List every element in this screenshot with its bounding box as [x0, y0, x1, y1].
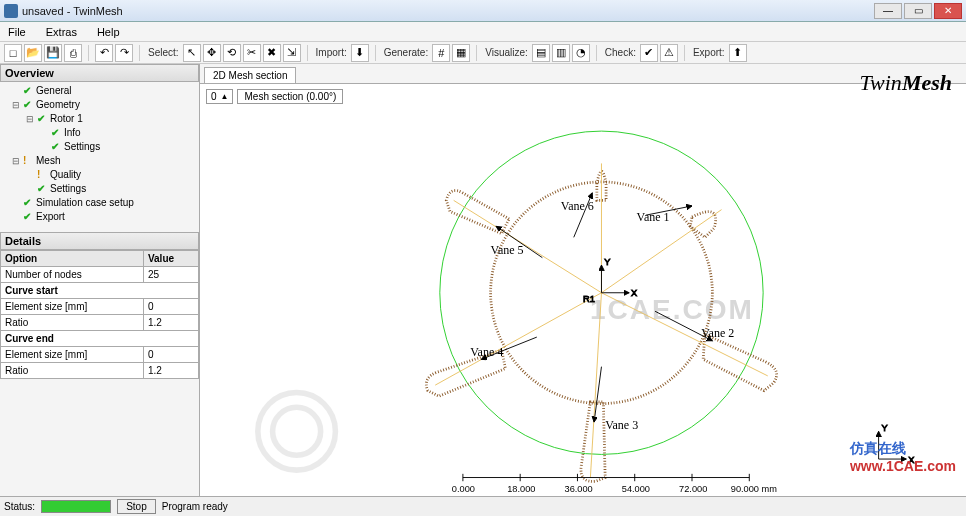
scale-tick-label: 18.000 — [507, 484, 535, 494]
mesh-drawing: Vane 6 Vane 1 Vane 2 Vane 3 Vane 4 Vane … — [200, 108, 966, 496]
workspace: Overview ✔General ⊟✔Geometry ⊟✔Rotor 1 ✔… — [0, 64, 966, 496]
vane-5-label: Vane 5 — [491, 243, 524, 257]
spinner-up-icon[interactable]: ▲ — [221, 92, 229, 101]
scale-tick-label: 90.000 mm — [731, 484, 777, 494]
axis-r-center: R1 — [583, 294, 595, 304]
generate-volume-icon[interactable]: ▦ — [452, 44, 470, 62]
axis-y-center: Y — [604, 257, 610, 267]
visualize-wire-icon[interactable]: ▥ — [552, 44, 570, 62]
scale-tick-label: 54.000 — [622, 484, 650, 494]
table-row: Element size [mm]0 — [1, 299, 199, 315]
spinner-value: 0 — [211, 91, 217, 102]
select-import-icon[interactable]: ⇲ — [283, 44, 301, 62]
viewport[interactable]: Vane 6 Vane 1 Vane 2 Vane 3 Vane 4 Vane … — [200, 108, 966, 496]
scale-tick-label: 0.000 — [452, 484, 475, 494]
import-icon[interactable]: ⬇ — [351, 44, 369, 62]
tree-node-settings-mesh[interactable]: ✔Settings — [4, 182, 195, 196]
select-rotate-icon[interactable]: ⟲ — [223, 44, 241, 62]
svg-line-6 — [435, 293, 601, 385]
titlebar: unsaved - TwinMesh — ▭ ✕ — [0, 0, 966, 22]
details-col-value: Value — [143, 251, 198, 267]
toolbar: □ 📂 💾 ⎙ ↶ ↷ Select: ↖ ✥ ⟲ ✂ ✖ ⇲ Import: … — [0, 42, 966, 64]
scale-tick-label: 72.000 — [679, 484, 707, 494]
redo-icon[interactable]: ↷ — [115, 44, 133, 62]
open-icon[interactable]: 📂 — [24, 44, 42, 62]
export-icon[interactable]: ⬆ — [729, 44, 747, 62]
vane-4-label: Vane 4 — [470, 345, 503, 359]
check-warn-icon[interactable]: ⚠ — [660, 44, 678, 62]
tree-node-info[interactable]: ✔Info — [4, 126, 195, 140]
import-label: Import: — [316, 47, 347, 58]
saveas-icon[interactable]: ⎙ — [64, 44, 82, 62]
mesh-section-spinner[interactable]: 0 ▲ — [206, 89, 233, 104]
svg-point-25 — [258, 393, 336, 471]
tree-node-mesh[interactable]: ⊟!Mesh — [4, 154, 195, 168]
vane-6-label: Vane 6 — [561, 199, 594, 213]
vane-1-label: Vane 1 — [637, 210, 670, 224]
svg-line-7 — [454, 200, 602, 292]
expand-icon: ⊟ — [12, 154, 20, 168]
details-title: Details — [0, 232, 199, 250]
expand-icon: ⊟ — [12, 98, 20, 112]
status-label: Status: — [4, 501, 35, 512]
tree-node-general[interactable]: ✔General — [4, 84, 195, 98]
vane-2-label: Vane 2 — [701, 326, 734, 340]
visualize-grid-icon[interactable]: ▤ — [532, 44, 550, 62]
select-clear-icon[interactable]: ✖ — [263, 44, 281, 62]
menubar: File Extras Help — [0, 22, 966, 42]
scale-tick-label: 36.000 — [565, 484, 593, 494]
visualize-pie-icon[interactable]: ◔ — [572, 44, 590, 62]
table-row: Element size [mm]0 — [1, 347, 199, 363]
menu-help[interactable]: Help — [93, 25, 124, 39]
select-label: Select: — [148, 47, 179, 58]
axis-y-corner: Y — [881, 423, 887, 433]
app-icon — [4, 4, 18, 18]
save-icon[interactable]: 💾 — [44, 44, 62, 62]
table-row: Ratio1.2 — [1, 363, 199, 379]
tree-node-export[interactable]: ✔Export — [4, 210, 195, 224]
undo-icon[interactable]: ↶ — [95, 44, 113, 62]
details-col-option: Option — [1, 251, 144, 267]
svg-line-5 — [590, 293, 601, 478]
tree-node-rotor1[interactable]: ⊟✔Rotor 1 — [4, 112, 195, 126]
canvas-area: 2D Mesh section 0 ▲ Mesh section (0.00°)… — [200, 64, 966, 496]
svg-point-26 — [273, 407, 321, 455]
tree-node-sim-setup[interactable]: ✔Simulation case setup — [4, 196, 195, 210]
details-table: OptionValue Number of nodes25 Curve star… — [0, 250, 199, 379]
check-quality-icon[interactable]: ✔ — [640, 44, 658, 62]
details-panel: Details OptionValue Number of nodes25 Cu… — [0, 232, 199, 379]
stop-button[interactable]: Stop — [117, 499, 156, 514]
visualize-label: Visualize: — [485, 47, 528, 58]
select-cut-icon[interactable]: ✂ — [243, 44, 261, 62]
tree-node-quality[interactable]: !Quality — [4, 168, 195, 182]
axis-x-center: X — [631, 288, 637, 298]
tree-node-settings-geom[interactable]: ✔Settings — [4, 140, 195, 154]
menu-file[interactable]: File — [4, 25, 30, 39]
section-curve-start: Curve start — [1, 283, 199, 299]
footer-watermark: 仿真在线 www.1CAE.com — [850, 440, 956, 474]
close-button[interactable]: ✕ — [934, 3, 962, 19]
window-title: unsaved - TwinMesh — [22, 5, 874, 17]
tab-strip: 2D Mesh section — [200, 64, 966, 84]
select-arrow-icon[interactable]: ↖ — [183, 44, 201, 62]
tree-node-geometry[interactable]: ⊟✔Geometry — [4, 98, 195, 112]
new-icon[interactable]: □ — [4, 44, 22, 62]
svg-line-4 — [601, 293, 767, 376]
select-move-icon[interactable]: ✥ — [203, 44, 221, 62]
table-row: Ratio1.2 — [1, 315, 199, 331]
statusbar: Status: Stop Program ready — [0, 496, 966, 516]
maximize-button[interactable]: ▭ — [904, 3, 932, 19]
table-row: Number of nodes25 — [1, 267, 199, 283]
progress-bar — [41, 500, 111, 513]
check-label: Check: — [605, 47, 636, 58]
expand-icon: ⊟ — [26, 112, 34, 126]
menu-extras[interactable]: Extras — [42, 25, 81, 39]
left-panel: Overview ✔General ⊟✔Geometry ⊟✔Rotor 1 ✔… — [0, 64, 200, 496]
generate-label: Generate: — [384, 47, 428, 58]
generate-mesh-icon[interactable]: # — [432, 44, 450, 62]
tab-2d-mesh[interactable]: 2D Mesh section — [204, 67, 296, 83]
tree: ✔General ⊟✔Geometry ⊟✔Rotor 1 ✔Info ✔Set… — [0, 82, 199, 226]
vane-3-label: Vane 3 — [605, 418, 638, 432]
status-ready: Program ready — [162, 501, 228, 512]
minimize-button[interactable]: — — [874, 3, 902, 19]
